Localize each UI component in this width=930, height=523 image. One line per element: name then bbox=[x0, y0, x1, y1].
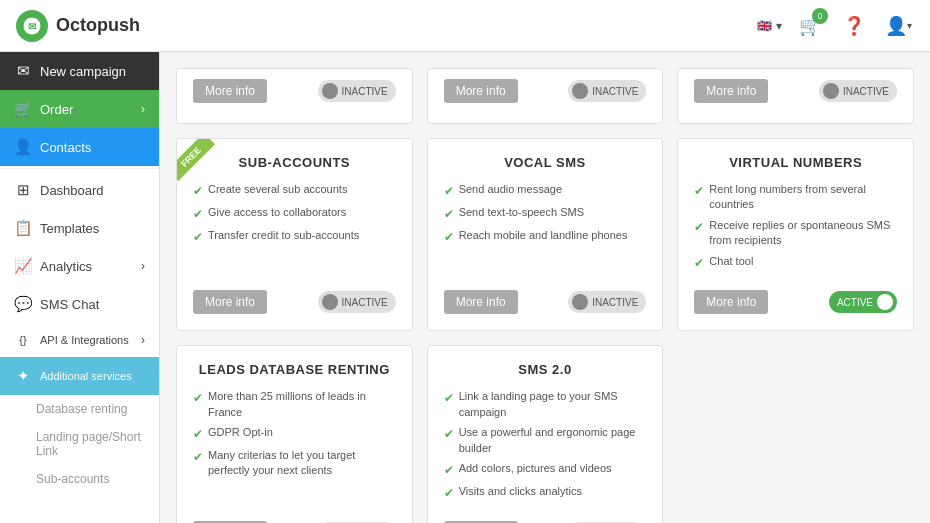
feature-item: ✔ Send audio message bbox=[444, 182, 647, 200]
sub-accounts-label: Sub-accounts bbox=[36, 472, 109, 486]
feature-text: Send text-to-speech SMS bbox=[459, 205, 584, 220]
feature-text: Reach mobile and landline phones bbox=[459, 228, 628, 243]
toggle-status: INACTIVE bbox=[592, 297, 638, 308]
sidebar-label-contacts: Contacts bbox=[40, 140, 91, 155]
sidebar-item-sms-chat[interactable]: 💬 SMS Chat bbox=[0, 285, 159, 323]
sidebar-item-order[interactable]: 🛒 Order › bbox=[0, 90, 159, 128]
toggle-knob bbox=[322, 294, 338, 310]
user-menu-button[interactable]: 👤 ▾ bbox=[882, 10, 914, 42]
sidebar-item-additional-services[interactable]: ✦ Additional services bbox=[0, 357, 159, 395]
feature-item: ✔ Link a landing page to your SMS campai… bbox=[444, 389, 647, 420]
feature-item: ✔ Transfer credit to sub-accounts bbox=[193, 228, 396, 246]
language-selector[interactable]: 🇬🇧 ▾ bbox=[757, 19, 782, 33]
sidebar-sub-landing-page[interactable]: Landing page/Short Link bbox=[0, 423, 159, 465]
feature-text: Receive replies or spontaneous SMS from … bbox=[709, 218, 897, 249]
top-card-1-toggle[interactable]: INACTIVE bbox=[318, 80, 396, 102]
feature-item: ✔ Rent long numbers from several countri… bbox=[694, 182, 897, 213]
check-icon: ✔ bbox=[193, 206, 203, 223]
feature-text: Add colors, pictures and videos bbox=[459, 461, 612, 476]
order-icon: 🛒 bbox=[14, 100, 32, 118]
toggle-label-3: INACTIVE bbox=[843, 86, 889, 97]
virtual-numbers-toggle[interactable]: ACTIVE bbox=[829, 291, 897, 313]
check-icon: ✔ bbox=[193, 426, 203, 443]
top-card-2-row: More info INACTIVE bbox=[444, 79, 647, 103]
feature-item: ✔ GDPR Opt-in bbox=[193, 425, 396, 443]
card-sms20-features: ✔ Link a landing page to your SMS campai… bbox=[444, 389, 647, 506]
top-card-3-row: More info INACTIVE bbox=[694, 79, 897, 103]
check-icon: ✔ bbox=[193, 449, 203, 466]
sub-accounts-toggle[interactable]: INACTIVE bbox=[318, 291, 396, 313]
sidebar-item-dashboard[interactable]: ⊞ Dashboard bbox=[0, 171, 159, 209]
card-sub-accounts: SUB-ACCOUNTS ✔ Create several sub accoun… bbox=[176, 138, 413, 331]
sidebar-label-analytics: Analytics bbox=[40, 259, 92, 274]
card-vocal-sms-title: VOCAL SMS bbox=[444, 155, 647, 170]
feature-item: ✔ Chat tool bbox=[694, 254, 897, 272]
card-sub-accounts-bottom: More info INACTIVE bbox=[193, 290, 396, 314]
card-sms-20: SMS 2.0 ✔ Link a landing page to your SM… bbox=[427, 345, 664, 523]
check-icon: ✔ bbox=[444, 390, 454, 407]
sidebar-item-new-campaign[interactable]: ✉ New campaign bbox=[0, 52, 159, 90]
sidebar-sub-sub-accounts[interactable]: Sub-accounts bbox=[0, 465, 159, 493]
top-card-2-more-info[interactable]: More info bbox=[444, 79, 518, 103]
sidebar-item-templates[interactable]: 📋 Templates bbox=[0, 209, 159, 247]
flag-icon: 🇬🇧 bbox=[757, 19, 772, 33]
feature-text: Transfer credit to sub-accounts bbox=[208, 228, 359, 243]
sub-accounts-more-info[interactable]: More info bbox=[193, 290, 267, 314]
feature-item: ✔ Visits and clicks analytics bbox=[444, 484, 647, 502]
card-leads-title: LEADS DATABASE RENTING bbox=[193, 362, 396, 377]
top-card-2-toggle[interactable]: INACTIVE bbox=[568, 80, 646, 102]
top-card-3: More info INACTIVE bbox=[677, 68, 914, 124]
toggle-inactive-2: INACTIVE bbox=[568, 80, 646, 102]
feature-text: Give access to collaborators bbox=[208, 205, 346, 220]
check-icon: ✔ bbox=[444, 462, 454, 479]
card-virtual-numbers: VIRTUAL NUMBERS ✔ Rent long numbers from… bbox=[677, 138, 914, 331]
templates-icon: 📋 bbox=[14, 219, 32, 237]
top-card-2: More info INACTIVE bbox=[427, 68, 664, 124]
card-vocal-sms: VOCAL SMS ✔ Send audio message ✔ Send te… bbox=[427, 138, 664, 331]
vocal-sms-toggle[interactable]: INACTIVE bbox=[568, 291, 646, 313]
analytics-icon: 📈 bbox=[14, 257, 32, 275]
feature-text: GDPR Opt-in bbox=[208, 425, 273, 440]
sidebar-item-api[interactable]: {} API & Integrations › bbox=[0, 323, 159, 357]
toggle-knob-1 bbox=[322, 83, 338, 99]
cart-badge: 0 bbox=[812, 8, 828, 24]
cart-button[interactable]: 🛒 0 bbox=[794, 10, 826, 42]
main-content: More info INACTIVE More info bbox=[160, 52, 930, 523]
landing-page-label: Landing page/Short Link bbox=[36, 430, 141, 458]
feature-item: ✔ Add colors, pictures and videos bbox=[444, 461, 647, 479]
additional-services-icon: ✦ bbox=[14, 367, 32, 385]
sidebar-sub-database-renting[interactable]: Database renting bbox=[0, 395, 159, 423]
toggle-label-2: INACTIVE bbox=[592, 86, 638, 97]
sms-chat-icon: 💬 bbox=[14, 295, 32, 313]
logo-icon: ✉ bbox=[16, 10, 48, 42]
feature-item: ✔ Many criterias to let you target perfe… bbox=[193, 448, 396, 479]
database-renting-label: Database renting bbox=[36, 402, 127, 416]
sidebar: ✉ New campaign 🛒 Order › 👤 Contacts ⊞ Da… bbox=[0, 52, 160, 523]
header-right: 🇬🇧 ▾ 🛒 0 ❓ 👤 ▾ bbox=[757, 10, 914, 42]
feature-item: ✔ More than 25 millions of leads in Fran… bbox=[193, 389, 396, 420]
free-badge bbox=[177, 139, 229, 191]
top-card-3-toggle[interactable]: INACTIVE bbox=[819, 80, 897, 102]
check-icon: ✔ bbox=[694, 255, 704, 272]
virtual-numbers-more-info[interactable]: More info bbox=[694, 290, 768, 314]
check-icon: ✔ bbox=[444, 426, 454, 443]
toggle-knob bbox=[877, 294, 893, 310]
card-virtual-numbers-title: VIRTUAL NUMBERS bbox=[694, 155, 897, 170]
card-sms20-title: SMS 2.0 bbox=[444, 362, 647, 377]
card-vocal-sms-features: ✔ Send audio message ✔ Send text-to-spee… bbox=[444, 182, 647, 276]
sidebar-item-analytics[interactable]: 📈 Analytics › bbox=[0, 247, 159, 285]
help-button[interactable]: ❓ bbox=[838, 10, 870, 42]
feature-text: Send audio message bbox=[459, 182, 562, 197]
layout: ✉ New campaign 🛒 Order › 👤 Contacts ⊞ Da… bbox=[0, 52, 930, 523]
check-icon: ✔ bbox=[694, 183, 704, 200]
sidebar-item-contacts[interactable]: 👤 Contacts bbox=[0, 128, 159, 166]
sidebar-label-api: API & Integrations bbox=[40, 334, 129, 346]
top-card-3-more-info[interactable]: More info bbox=[694, 79, 768, 103]
vocal-sms-more-info[interactable]: More info bbox=[444, 290, 518, 314]
toggle-knob bbox=[572, 294, 588, 310]
card-virtual-numbers-bottom: More info ACTIVE bbox=[694, 290, 897, 314]
feature-item: ✔ Receive replies or spontaneous SMS fro… bbox=[694, 218, 897, 249]
top-card-1-more-info[interactable]: More info bbox=[193, 79, 267, 103]
top-cards-row: More info INACTIVE More info bbox=[176, 68, 914, 124]
service-cards: SUB-ACCOUNTS ✔ Create several sub accoun… bbox=[176, 138, 914, 523]
